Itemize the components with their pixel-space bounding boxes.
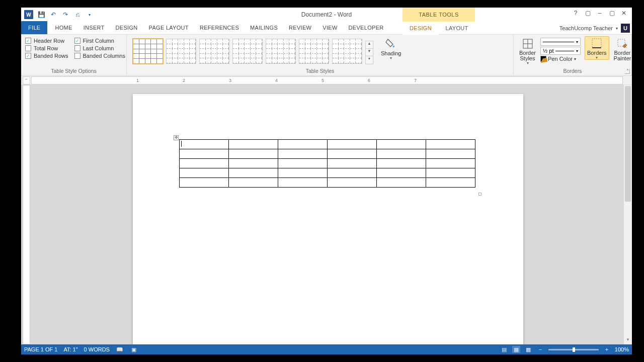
tab-design[interactable]: DESIGN — [110, 21, 143, 34]
table-row[interactable] — [180, 178, 475, 188]
table-cell[interactable] — [328, 140, 377, 149]
macro-record-icon[interactable]: ▣ — [130, 346, 138, 353]
table-row[interactable] — [180, 149, 475, 159]
table-cell[interactable] — [180, 159, 229, 168]
spellcheck-icon[interactable]: 📖 — [116, 346, 124, 353]
user-name-label[interactable]: TeachUcomp Teacher — [559, 25, 613, 31]
gallery-more-icon[interactable]: ▾ — [366, 56, 373, 64]
table-cell[interactable] — [328, 159, 377, 168]
table-row[interactable] — [180, 168, 475, 178]
ribbon-display-options-icon[interactable]: ▢ — [582, 8, 594, 19]
redo-icon[interactable]: ↷ — [61, 11, 69, 19]
undo-icon[interactable]: ↶ — [49, 11, 57, 19]
user-dropdown-icon[interactable]: ▾ — [616, 26, 618, 31]
ruler-corner[interactable]: ⌐ — [23, 76, 30, 84]
help-icon[interactable]: ? — [570, 8, 582, 19]
status-page[interactable]: PAGE 1 OF 1 — [24, 346, 57, 352]
save-icon[interactable]: 💾 — [37, 11, 45, 19]
table-cell[interactable] — [426, 149, 475, 159]
table-row[interactable] — [180, 140, 475, 149]
table-row[interactable] — [180, 159, 475, 168]
tab-references[interactable]: REFERENCES — [194, 21, 245, 34]
table-cell[interactable] — [229, 140, 278, 149]
table-cell[interactable] — [229, 159, 278, 168]
table-cell[interactable] — [426, 159, 475, 168]
table-cell[interactable] — [426, 178, 475, 188]
check-first-column[interactable]: First Column — [74, 38, 125, 44]
table-cell[interactable] — [278, 168, 328, 178]
page[interactable]: ✥ — [133, 94, 523, 344]
minimize-button[interactable]: – — [594, 8, 606, 19]
zoom-level[interactable]: 100% — [615, 346, 629, 352]
print-layout-view-icon[interactable]: ▦ — [512, 346, 520, 353]
table-cell[interactable] — [328, 168, 377, 178]
table-cell[interactable] — [377, 159, 426, 168]
horizontal-ruler[interactable]: 1234567 — [31, 76, 623, 84]
close-button[interactable]: ✕ — [618, 8, 630, 19]
table-cell[interactable] — [278, 159, 328, 168]
table-cell[interactable] — [180, 149, 229, 159]
pen-color-button[interactable]: Pen Color▾ — [540, 56, 581, 62]
table-cell[interactable] — [377, 140, 426, 149]
table-cell[interactable] — [278, 149, 328, 159]
word-app-icon[interactable]: W — [24, 10, 33, 19]
table-move-handle-icon[interactable]: ✥ — [174, 135, 179, 140]
table-cell[interactable] — [229, 178, 278, 188]
table-cell[interactable] — [328, 178, 377, 188]
zoom-slider-knob[interactable] — [573, 347, 575, 352]
table-style-thumbnail[interactable] — [199, 39, 229, 64]
tab-page-layout[interactable]: PAGE LAYOUT — [143, 21, 194, 34]
status-word-count[interactable]: 0 WORDS — [84, 346, 110, 352]
scroll-down-icon[interactable]: ▼ — [624, 337, 632, 344]
table-cell[interactable] — [180, 168, 229, 178]
table-cell[interactable] — [229, 149, 278, 159]
tab-file[interactable]: FILE — [21, 21, 47, 34]
table-style-thumbnail[interactable] — [266, 39, 296, 64]
border-styles-button[interactable]: Border Styles ▾ — [517, 37, 538, 65]
table-style-thumbnail[interactable] — [232, 39, 263, 64]
table-style-thumbnail[interactable] — [299, 39, 329, 64]
zoom-out-icon[interactable]: − — [536, 346, 544, 353]
vertical-scrollbar[interactable]: ▲ ▼ — [624, 85, 632, 344]
quick-print-icon[interactable]: ⎌ — [73, 11, 82, 19]
table-cell[interactable] — [426, 140, 475, 149]
zoom-slider[interactable] — [548, 349, 599, 350]
table-style-thumbnail[interactable] — [166, 39, 196, 64]
user-avatar[interactable]: U — [621, 24, 630, 33]
table-cell[interactable] — [229, 168, 278, 178]
table-cell[interactable] — [328, 149, 377, 159]
tab-home[interactable]: HOME — [49, 21, 77, 34]
table-cell[interactable] — [180, 140, 229, 149]
status-position[interactable]: AT: 1" — [63, 346, 77, 352]
collapse-ribbon-icon[interactable]: ˄ — [626, 68, 629, 74]
vertical-ruler[interactable] — [23, 85, 30, 344]
table-cell[interactable] — [377, 149, 426, 159]
table-resize-handle-icon[interactable] — [478, 193, 481, 196]
table-cell[interactable] — [426, 168, 475, 178]
web-layout-view-icon[interactable]: ▩ — [524, 346, 532, 353]
tab-review[interactable]: REVIEW — [283, 21, 317, 34]
check-total-row[interactable]: Total Row — [25, 45, 68, 51]
table-cell[interactable] — [278, 140, 328, 149]
zoom-in-icon[interactable]: + — [603, 346, 611, 353]
read-mode-view-icon[interactable]: ▤ — [500, 346, 508, 353]
check-last-column[interactable]: Last Column — [74, 45, 125, 51]
scrollbar-thumb[interactable] — [625, 86, 631, 202]
border-line-style-select[interactable]: ▾ — [540, 38, 581, 46]
maximize-button[interactable]: ▢ — [606, 8, 618, 19]
border-painter-button[interactable]: Border Painter — [611, 37, 634, 61]
tab-view[interactable]: VIEW — [317, 21, 343, 34]
table-style-thumbnail[interactable] — [133, 39, 163, 64]
document-table[interactable] — [179, 139, 475, 188]
table-cell[interactable] — [377, 168, 426, 178]
check-banded-columns[interactable]: Banded Columns — [74, 53, 125, 59]
tab-mailings[interactable]: MAILINGS — [245, 21, 283, 34]
shading-button[interactable]: Shading ▾ — [378, 37, 404, 60]
table-style-thumbnail[interactable] — [332, 39, 362, 64]
table-cell[interactable] — [377, 178, 426, 188]
table-cell[interactable] — [180, 178, 229, 188]
check-banded-rows[interactable]: Banded Rows — [25, 53, 68, 59]
table-cell[interactable] — [278, 178, 328, 188]
tab-insert[interactable]: INSERT — [78, 21, 110, 34]
border-line-weight-select[interactable]: ½ pt▾ — [540, 47, 581, 55]
